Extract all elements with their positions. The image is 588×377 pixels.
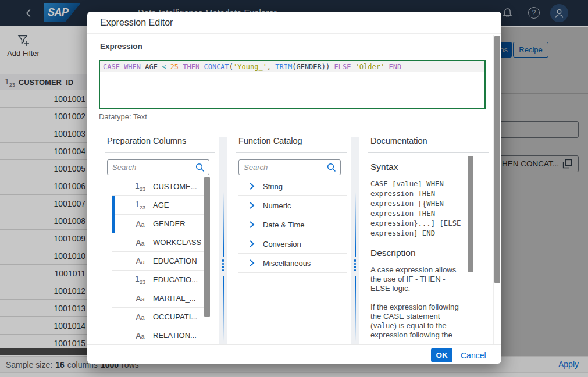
prep-column-label: RELATION... (153, 331, 197, 340)
scrollbar-thumb[interactable] (468, 156, 473, 272)
documentation-title: Documentation (370, 136, 427, 145)
preparation-search (107, 159, 209, 175)
prep-column-label: OCCUPATI... (153, 312, 197, 321)
function-catalog-list: StringNumericDate & TimeConversionMiscel… (238, 177, 347, 273)
function-search-input[interactable] (239, 163, 327, 172)
text-type-icon: Aa (133, 257, 148, 266)
splitter-grip-icon[interactable] (222, 259, 224, 271)
prep-column-label: MARITAL_... (153, 294, 195, 303)
expression-code[interactable]: CASE WHEN AGE < 25 THEN CONCAT('Young_',… (103, 62, 401, 72)
prep-column-item[interactable]: AaOCCUPATI... (112, 308, 204, 326)
prep-column-label: GENDER (153, 219, 186, 228)
function-category-label: String (263, 182, 283, 191)
chevron-right-icon (249, 240, 255, 248)
prep-column-label: EDUCATIO... (153, 275, 198, 284)
splitter-grip-icon[interactable] (354, 259, 357, 271)
expression-code-editor[interactable]: CASE WHEN AGE < 25 THEN CONCAT('Young_',… (99, 60, 486, 109)
description-paragraph-1: A case expression allowsthe use of IF - … (370, 265, 468, 293)
used-in-expression-indicator (112, 196, 115, 215)
used-in-expression-indicator (112, 215, 115, 233)
footer-divider (87, 344, 501, 345)
function-catalog-title: Function Catalog (238, 136, 302, 145)
documentation-scrollbar (467, 156, 474, 343)
function-category-item[interactable]: Numeric (238, 196, 347, 215)
function-category-item[interactable]: String (238, 177, 347, 196)
dialog-title: Expression Editor (87, 12, 501, 34)
function-category-label: Conversion (263, 240, 301, 248)
preparation-search-input[interactable] (108, 163, 195, 172)
prep-column-item[interactable]: 123EDUCATIO... (112, 271, 204, 289)
panel-splitter[interactable] (219, 137, 227, 344)
syntax-block: CASE [value] WHENexpression THENexpressi… (370, 179, 467, 239)
panel-title-divider (236, 152, 347, 153)
function-category-item[interactable]: Miscellaneous (238, 254, 347, 273)
scrollbar-thumb[interactable] (494, 36, 500, 283)
numeric-type-icon: 123 (133, 274, 148, 285)
chevron-right-icon (249, 220, 255, 229)
cancel-button[interactable]: Cancel (461, 348, 486, 362)
prep-column-item[interactable]: 123CUSTOME... (112, 177, 204, 196)
function-category-label: Miscellaneous (263, 259, 311, 268)
function-category-item[interactable]: Date & Time (238, 215, 347, 234)
prep-column-item[interactable]: AaMARITAL_... (112, 289, 204, 308)
datatype-label: Datatype: Text (99, 112, 147, 121)
expression-editor-dialog: Expression Editor Expression CASE WHEN A… (87, 12, 501, 364)
preparation-columns-title: Preparation Columns (107, 136, 186, 145)
prep-column-label: AGE (153, 201, 169, 209)
function-category-label: Numeric (263, 201, 291, 210)
screen: SAP Data Intelligence Metadata Explorer … (0, 0, 588, 377)
prep-column-item[interactable]: AaGENDER (112, 215, 204, 233)
function-category-item[interactable]: Conversion (238, 234, 347, 254)
search-icon[interactable] (327, 163, 336, 172)
panel-splitter[interactable] (351, 137, 359, 344)
expression-label: Expression (100, 42, 142, 51)
chevron-right-icon (249, 182, 255, 190)
description-paragraph-2: If the expression followingthe CASE stat… (370, 303, 468, 340)
text-type-icon: Aa (133, 312, 148, 322)
panel-title-divider (105, 152, 215, 153)
prep-column-label: CUSTOME... (153, 182, 197, 191)
panel-title-divider (368, 152, 489, 153)
chevron-right-icon (249, 201, 255, 209)
function-search (238, 159, 341, 175)
numeric-type-icon: 123 (133, 200, 148, 211)
prep-column-item[interactable]: 123AGE (112, 196, 204, 215)
text-type-icon: Aa (133, 331, 148, 340)
search-icon[interactable] (195, 163, 205, 172)
scrollbar-thumb[interactable] (204, 177, 210, 317)
syntax-heading: Syntax (370, 162, 398, 172)
preparation-columns-list: 123CUSTOME...123AGEAaGENDERAaWORKCLASSAa… (112, 177, 204, 345)
prep-column-label: WORKCLASS (153, 238, 201, 247)
prep-column-item[interactable]: AaWORKCLASS (112, 233, 204, 252)
function-category-label: Date & Time (263, 220, 305, 229)
text-type-icon: Aa (133, 238, 148, 247)
chevron-right-icon (249, 259, 255, 267)
prep-column-item[interactable]: AaEDUCATION (112, 252, 204, 271)
dialog-scrollbar (493, 35, 500, 344)
ok-button[interactable]: OK (431, 348, 452, 362)
text-type-icon: Aa (133, 294, 148, 303)
preparation-list-scrollbar (204, 177, 211, 335)
text-type-icon: Aa (133, 219, 148, 229)
prep-column-label: EDUCATION (153, 257, 197, 265)
description-heading: Description (370, 248, 416, 258)
numeric-type-icon: 123 (133, 181, 148, 192)
prep-column-item[interactable]: AaRELATION... (112, 326, 204, 345)
